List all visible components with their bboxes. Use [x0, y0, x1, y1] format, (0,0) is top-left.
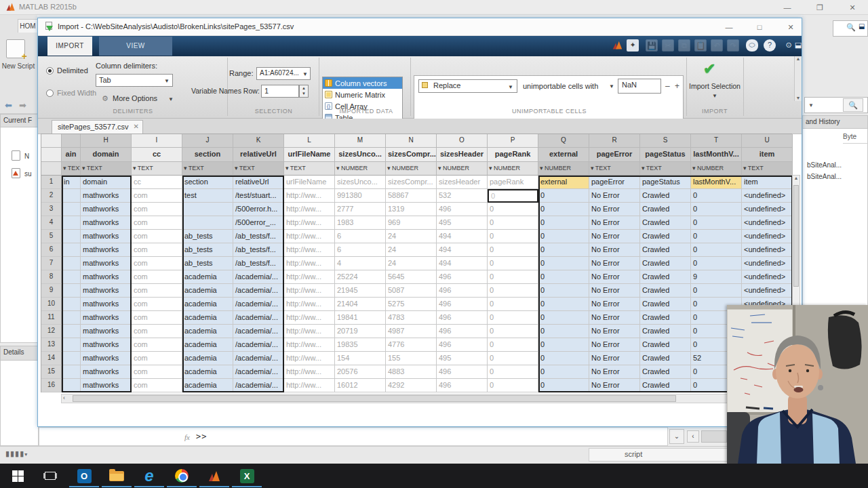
main-restore-button[interactable]: ❐ [811, 2, 829, 13]
grid-cell[interactable]: academia [182, 284, 233, 298]
grid-cell[interactable]: 0 [538, 365, 589, 379]
grid-cell[interactable]: 4292 [386, 379, 437, 392]
grid-cell[interactable]: sizesHeader [437, 176, 488, 189]
grid-cell[interactable]: 154 [335, 352, 386, 365]
grid-cell[interactable] [182, 216, 233, 230]
grid-cell[interactable]: 0 [488, 298, 538, 311]
col-name[interactable]: domain [81, 148, 132, 162]
grid-cell[interactable] [182, 203, 233, 216]
dock-icon[interactable]: ⬓ [859, 22, 865, 30]
grid-cell[interactable]: com [132, 189, 182, 203]
details-header[interactable]: Details [0, 346, 39, 361]
grid-cell[interactable]: No Error [589, 216, 640, 230]
grid-cell[interactable]: http://ww... [284, 311, 335, 325]
grid-cell[interactable]: /academia/... [233, 379, 284, 392]
grid-cell[interactable]: mathworks [81, 270, 132, 284]
grid-cell[interactable] [62, 284, 81, 298]
grid-cell[interactable]: relativeUrl [233, 176, 284, 189]
file-item[interactable]: su [24, 170, 32, 178]
grid-cell[interactable]: <undefined> [742, 270, 793, 284]
grid-cell[interactable]: academia [182, 338, 233, 352]
grid-cell[interactable]: <undefined> [742, 230, 793, 243]
grid-cell[interactable]: 991380 [335, 189, 386, 203]
grid-cell[interactable]: 0 [538, 284, 589, 298]
row-number[interactable]: 11 [41, 311, 62, 325]
variable-names-row-input[interactable]: 1 [261, 85, 299, 98]
grid-cell[interactable]: academia [182, 365, 233, 379]
replace-select[interactable]: Replace ▼ [418, 79, 517, 93]
col-letter[interactable]: H [81, 134, 132, 148]
col-name[interactable]: relativeUrl [233, 148, 284, 162]
grid-cell[interactable]: 0 [538, 257, 589, 270]
grid-cell[interactable]: 0 [538, 338, 589, 352]
row-number[interactable]: 15 [41, 365, 62, 379]
close-icon[interactable]: ✕ [134, 123, 139, 130]
grid-cell[interactable]: 494 [437, 257, 488, 270]
delimited-radio[interactable] [46, 67, 54, 75]
grid-cell[interactable]: ab_tests [182, 230, 233, 243]
grid-cell[interactable]: 0 [488, 203, 538, 216]
grid-cell[interactable]: 0 [488, 365, 538, 379]
col-type[interactable]: ▾ NUMBER [437, 162, 488, 176]
grid-cell[interactable] [62, 257, 81, 270]
scrollbar-thumb[interactable] [701, 430, 727, 443]
grid-cell[interactable]: ab_tests [182, 243, 233, 257]
grid-cell[interactable]: 0 [691, 243, 742, 257]
grid-cell[interactable]: 494 [437, 230, 488, 243]
main-close-button[interactable]: ✕ [844, 2, 861, 13]
grid-cell[interactable]: test [182, 189, 233, 203]
delimited-label[interactable]: Delimited [57, 66, 88, 75]
grid-cell[interactable]: Crawled [640, 379, 691, 392]
grid-cell[interactable]: urlFileName [284, 176, 335, 189]
grid-cell[interactable]: 2777 [335, 203, 386, 216]
grid-cell[interactable]: http://ww... [284, 298, 335, 311]
grid-cell[interactable]: 0 [538, 325, 589, 338]
grid-cell[interactable]: 0 [691, 189, 742, 203]
grid-cell[interactable]: No Error [589, 311, 640, 325]
col-name[interactable]: urlFileName [284, 148, 335, 162]
grid-cell[interactable]: Crawled [640, 311, 691, 325]
col-name[interactable]: sizesHeader [437, 148, 488, 162]
grid-cell[interactable]: 0 [488, 243, 538, 257]
grid-cell[interactable]: academia [182, 298, 233, 311]
grid-cell[interactable]: /academia/... [233, 338, 284, 352]
search-icon[interactable]: 🔍 [846, 23, 856, 32]
grid-cell[interactable]: /academia/... [233, 365, 284, 379]
grid-cell[interactable]: http://ww... [284, 379, 335, 392]
row-number[interactable]: 13 [41, 338, 62, 352]
command-history-header[interactable]: and History [802, 115, 868, 129]
grid-cell[interactable]: No Error [589, 257, 640, 270]
grid-cell[interactable]: 0 [538, 243, 589, 257]
grid-cell[interactable]: 0 [488, 311, 538, 325]
grid-cell[interactable]: mathworks [81, 338, 132, 352]
grid-cell[interactable]: com [132, 379, 182, 392]
increment-button[interactable]: + [675, 81, 679, 91]
grid-cell[interactable] [62, 189, 81, 203]
import-check-icon[interactable]: ✔ [703, 60, 715, 78]
grid-cell[interactable]: 0 [488, 352, 538, 365]
grid-cell[interactable]: mathworks [81, 243, 132, 257]
grid-cell[interactable]: 496 [437, 338, 488, 352]
grid-cell[interactable]: 496 [437, 365, 488, 379]
col-type[interactable]: ▾ TEXT [182, 162, 233, 176]
grid-cell[interactable]: 0 [691, 284, 742, 298]
grid-cell[interactable] [62, 270, 81, 284]
scrollbar-thumb[interactable] [793, 185, 799, 287]
grid-cell[interactable]: No Error [589, 203, 640, 216]
grid-cell[interactable]: com [132, 257, 182, 270]
grid-cell[interactable]: /academia/... [233, 325, 284, 338]
nan-value-input[interactable]: NaN [618, 79, 661, 94]
undo-icon[interactable]: ↶ [711, 39, 723, 52]
col-type[interactable]: ▾ TEXT [284, 162, 335, 176]
workspace-item[interactable]: bSiteAnal... [807, 161, 842, 169]
col-letter[interactable]: P [488, 134, 538, 148]
col-type[interactable]: ▾ TEXT [81, 162, 132, 176]
grid-cell[interactable]: 0 [488, 338, 538, 352]
command-window[interactable] [39, 427, 668, 446]
grid-cell[interactable]: com [132, 325, 182, 338]
col-type[interactable]: ▾ TEXT [233, 162, 284, 176]
main-minimize-button[interactable]: — [778, 2, 796, 13]
grid-cell[interactable]: 0 [488, 230, 538, 243]
status-bars-icon[interactable]: ▮▮▮▮▾ [5, 449, 28, 460]
grid-cell[interactable]: Crawled [640, 338, 691, 352]
